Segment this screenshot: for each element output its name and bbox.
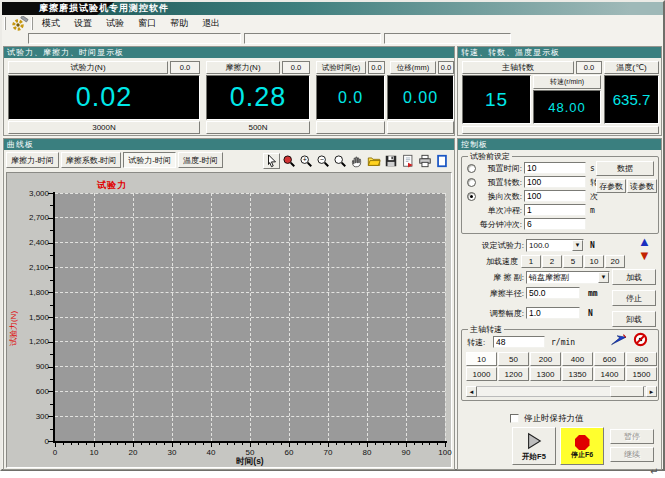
- export-icon[interactable]: [399, 153, 416, 169]
- pretest-row-input-1[interactable]: [524, 162, 586, 174]
- x-tick-label: 10: [82, 448, 106, 457]
- grid-line-x: [250, 193, 251, 441]
- menu-item-6[interactable]: 退出: [195, 16, 227, 31]
- spindle-preset-50[interactable]: 50: [498, 352, 529, 366]
- x-axis-minor-tick: [110, 443, 111, 445]
- test-time-value: 0.0: [316, 75, 385, 120]
- friction-pair-combobox[interactable]: 销盘摩擦副 ▼: [526, 271, 610, 284]
- x-axis-minor-tick: [203, 443, 204, 445]
- pretest-row-label-3: 换向次数:: [462, 190, 522, 203]
- spindle-preset-1500[interactable]: 1500: [626, 367, 657, 381]
- read-params-button[interactable]: 读参数: [627, 179, 657, 193]
- scroll-thumb[interactable]: [610, 386, 644, 397]
- spindle-speed-input[interactable]: [493, 336, 545, 348]
- x-axis-minor-tick: [211, 443, 212, 445]
- menu-item-3[interactable]: 试验: [99, 16, 131, 31]
- save-icon[interactable]: [382, 153, 399, 169]
- force-down-arrow-icon[interactable]: ▼: [638, 249, 651, 262]
- open-folder-icon[interactable]: [365, 153, 382, 169]
- spindle-speed-group: 主轴转速 转速: r/min 1050200400600800100012001…: [461, 329, 659, 401]
- test-force-label: 试验力(N): [8, 61, 168, 74]
- spindle-preset-400[interactable]: 400: [562, 352, 593, 366]
- load-speed-button-20[interactable]: 20: [605, 255, 625, 268]
- spindle-preset-200[interactable]: 200: [530, 352, 561, 366]
- load-speed-button-5[interactable]: 5: [563, 255, 583, 268]
- x-axis-minor-tick: [94, 443, 95, 445]
- stop-load-button[interactable]: 停止: [612, 290, 656, 306]
- pan-hand-icon[interactable]: [348, 153, 365, 169]
- curve-tab-1[interactable]: 摩擦力-时间: [6, 152, 59, 168]
- displacement-value: 0.00: [387, 75, 454, 120]
- pretest-row-input-3[interactable]: [524, 190, 586, 202]
- spindle-preset-1200[interactable]: 1200: [498, 367, 529, 381]
- x-axis-tick: [445, 443, 446, 447]
- chart-toolbar: +−: [263, 153, 450, 169]
- y-tick-label: 1,800: [11, 288, 49, 297]
- friction-radius-unit: mm: [588, 287, 598, 300]
- curve-tab-3[interactable]: 试验力-时间: [123, 152, 176, 168]
- pretest-row-input-5[interactable]: [524, 218, 586, 230]
- data-button[interactable]: 数据: [596, 161, 654, 176]
- hold-force-checkbox[interactable]: [510, 414, 519, 423]
- spindle-preset-10[interactable]: 10: [466, 352, 497, 366]
- pretest-row-input-2[interactable]: [524, 176, 586, 188]
- load-speed-button-2[interactable]: 2: [542, 255, 562, 268]
- menu-item-1[interactable]: 模式: [35, 16, 67, 31]
- spindle-start-flag-icon[interactable]: [610, 333, 628, 346]
- chart-area[interactable]: 试验力 试验力(N) 时间(s) 03006009001,2001,5001,8…: [6, 172, 452, 468]
- x-tick-label: 60: [277, 448, 301, 457]
- curve-tab-4[interactable]: 温度-时间: [178, 152, 223, 168]
- pause-button[interactable]: 暂停: [610, 429, 654, 444]
- speed-panel-header: 转速、转数、温度显示板: [458, 47, 661, 58]
- curve-tab-2[interactable]: 摩擦系数-时间: [61, 152, 122, 168]
- scroll-right-button[interactable]: ►: [646, 386, 657, 397]
- spindle-scrollbar[interactable]: ◄ ►: [466, 386, 657, 397]
- print-icon[interactable]: [416, 153, 433, 169]
- x-axis-minor-tick: [336, 443, 337, 445]
- curve-tab-strip: 摩擦力-时间摩擦系数-时间试验力-时间温度-时间: [6, 152, 223, 168]
- zoom-in-icon[interactable]: +: [297, 153, 314, 169]
- x-axis-minor-tick: [156, 443, 157, 445]
- adjust-amplitude-input[interactable]: [526, 307, 580, 319]
- spindle-preset-800[interactable]: 800: [626, 352, 657, 366]
- zoom-region-icon[interactable]: [280, 153, 297, 169]
- start-button[interactable]: 开始F5: [512, 427, 556, 465]
- test-force-value: 0.02: [8, 75, 200, 120]
- friction-radius-input[interactable]: [526, 287, 580, 299]
- spindle-preset-1350[interactable]: 1350: [562, 367, 593, 381]
- emergency-stop-button[interactable]: 停止F6: [560, 427, 604, 465]
- status-box-1: [28, 33, 241, 44]
- y-axis-line: [53, 192, 55, 443]
- spindle-preset-1400[interactable]: 1400: [594, 367, 625, 381]
- zoom-reset-icon[interactable]: [331, 153, 348, 169]
- unload-button[interactable]: 卸载: [612, 311, 656, 327]
- x-axis-minor-tick: [305, 443, 306, 445]
- resume-button[interactable]: 继续: [610, 447, 654, 462]
- spindle-preset-1000[interactable]: 1000: [466, 367, 497, 381]
- cursor-icon[interactable]: [263, 153, 280, 169]
- menu-item-2[interactable]: 设置: [67, 16, 99, 31]
- y-tick-label: 2,100: [11, 263, 49, 272]
- title-bar[interactable]: 摩擦磨损试验机专用测控软件: [2, 2, 663, 15]
- save-params-button[interactable]: 存参数: [596, 179, 626, 193]
- load-speed-button-1[interactable]: 1: [521, 255, 541, 268]
- scroll-left-button[interactable]: ◄: [466, 386, 477, 397]
- zoom-out-icon[interactable]: −: [314, 153, 331, 169]
- force-up-arrow-icon[interactable]: ▲: [638, 235, 651, 248]
- chevron-down-icon[interactable]: ▼: [572, 240, 583, 251]
- menu-item-5[interactable]: 帮助: [163, 16, 195, 31]
- load-speed-button-10[interactable]: 10: [584, 255, 604, 268]
- pretest-row-input-4[interactable]: [524, 204, 586, 216]
- x-axis-minor-tick: [367, 443, 368, 445]
- spindle-preset-600[interactable]: 600: [594, 352, 625, 366]
- spindle-preset-1300[interactable]: 1300: [530, 367, 561, 381]
- temperature-label: 温度(℃): [604, 61, 659, 74]
- new-window-icon[interactable]: [433, 153, 450, 169]
- svg-text:−: −: [319, 156, 323, 163]
- chevron-down-icon[interactable]: ▼: [598, 272, 609, 283]
- set-force-combobox[interactable]: 100.0 ▼: [526, 239, 584, 252]
- spindle-stop-icon[interactable]: [633, 332, 648, 347]
- menu-item-4[interactable]: 窗口: [131, 16, 163, 31]
- grid-line-x: [133, 193, 134, 441]
- load-button[interactable]: 加载: [612, 269, 656, 285]
